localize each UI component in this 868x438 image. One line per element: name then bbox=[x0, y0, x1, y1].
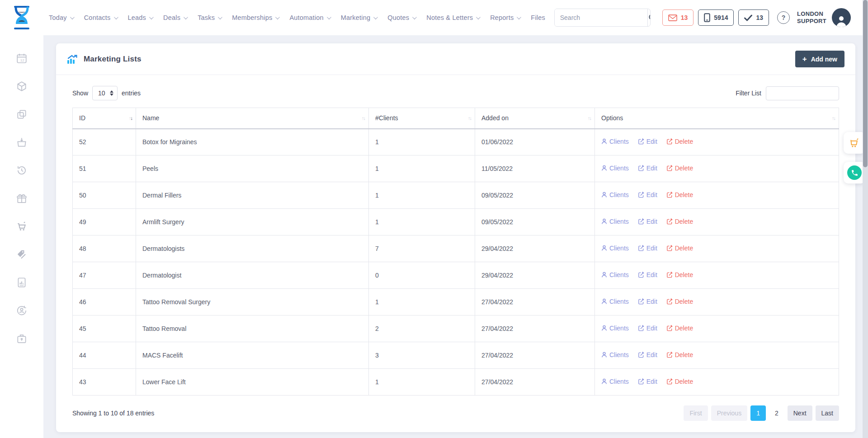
column-header-options[interactable]: Options ↑↓ bbox=[595, 108, 839, 129]
price-tags-icon[interactable] bbox=[16, 249, 28, 260]
clients-link[interactable]: Clients bbox=[601, 191, 629, 198]
clients-link[interactable]: Clients bbox=[601, 298, 629, 305]
package-icon[interactable] bbox=[16, 80, 28, 92]
clients-link[interactable]: Clients bbox=[601, 325, 629, 332]
add-new-button[interactable]: + Add new bbox=[795, 51, 844, 67]
pagination-2[interactable]: 2 bbox=[769, 405, 784, 421]
briefcase-lock-icon[interactable] bbox=[16, 333, 28, 344]
nav-item-quotes[interactable]: Quotes bbox=[387, 14, 415, 21]
column-header-clients[interactable]: #Clients ↑↓ bbox=[369, 108, 475, 129]
filter-input[interactable] bbox=[766, 86, 839, 100]
cell-added-on: 27/04/2022 bbox=[475, 369, 595, 396]
delete-link[interactable]: Delete bbox=[666, 138, 693, 145]
delete-pencil-square-icon bbox=[666, 218, 673, 225]
nav-item-label: Marketing bbox=[341, 14, 370, 21]
clients-link[interactable]: Clients bbox=[601, 271, 629, 278]
edit-link[interactable]: Edit bbox=[638, 271, 657, 278]
delete-link[interactable]: Delete bbox=[666, 191, 693, 198]
search-button[interactable] bbox=[647, 9, 651, 26]
delete-link[interactable]: Delete bbox=[666, 325, 693, 332]
nav-item-reports[interactable]: Reports bbox=[490, 14, 520, 21]
cart-icon[interactable] bbox=[16, 221, 28, 232]
edit-pencil-square-icon bbox=[638, 272, 644, 278]
edit-link[interactable]: Edit bbox=[638, 245, 657, 252]
column-header-id[interactable]: ID ↑↓ bbox=[73, 108, 136, 129]
table-row: 51 Peels 1 11/05/2022 Clients bbox=[73, 155, 839, 182]
entries-label: entries bbox=[122, 89, 141, 97]
edit-link[interactable]: Edit bbox=[638, 191, 657, 198]
nav-item-automation[interactable]: Automation bbox=[289, 14, 330, 21]
delete-link[interactable]: Delete bbox=[666, 218, 693, 225]
cell-name: Dermatologists bbox=[136, 235, 369, 262]
copy-pages-icon[interactable] bbox=[16, 108, 28, 120]
edit-link[interactable]: Edit bbox=[638, 298, 657, 305]
clients-link[interactable]: Clients bbox=[601, 378, 629, 385]
pagination-previous[interactable]: Previous bbox=[711, 405, 747, 421]
scrollbar-thumb[interactable] bbox=[863, 0, 868, 167]
pagination-last[interactable]: Last bbox=[816, 405, 839, 421]
nav-item-notes-letters[interactable]: Notes & Letters bbox=[426, 14, 479, 21]
edit-link[interactable]: Edit bbox=[638, 351, 657, 358]
floating-phone-button[interactable] bbox=[844, 162, 865, 184]
floating-cart-button[interactable] bbox=[844, 132, 865, 154]
clients-link[interactable]: Clients bbox=[601, 245, 629, 252]
scrollbar-track[interactable] bbox=[863, 0, 868, 438]
nav-item-leads[interactable]: Leads bbox=[128, 14, 153, 21]
nav-item-contacts[interactable]: Contacts bbox=[84, 14, 117, 21]
nav-item-tasks[interactable]: Tasks bbox=[198, 14, 221, 21]
history-icon[interactable] bbox=[16, 165, 28, 176]
clients-link[interactable]: Clients bbox=[601, 351, 629, 358]
edit-link[interactable]: Edit bbox=[638, 378, 657, 385]
basket-icon[interactable] bbox=[16, 137, 28, 148]
delete-link[interactable]: Delete bbox=[666, 298, 693, 305]
clients-link[interactable]: Clients bbox=[601, 165, 629, 172]
gift-icon[interactable] bbox=[16, 193, 28, 204]
pagination-1[interactable]: 1 bbox=[750, 405, 766, 421]
nav-item-today[interactable]: Today bbox=[49, 14, 73, 21]
tasks-badge[interactable]: 13 bbox=[738, 9, 769, 26]
edit-link[interactable]: Edit bbox=[638, 325, 657, 332]
delete-link[interactable]: Delete bbox=[666, 245, 693, 252]
cell-name: Tattoo Removal Surgery bbox=[136, 289, 369, 316]
edit-link[interactable]: Edit bbox=[638, 165, 657, 172]
person-icon bbox=[601, 192, 607, 198]
chevron-down-icon bbox=[476, 15, 481, 19]
calendar-icon[interactable]: 12 bbox=[16, 52, 28, 64]
pagination-first[interactable]: First bbox=[684, 405, 708, 421]
phone-badge[interactable]: 5914 bbox=[698, 9, 734, 26]
edit-link[interactable]: Edit bbox=[638, 218, 657, 225]
cell-clients: 1 bbox=[369, 289, 475, 316]
filter-control: Filter List bbox=[736, 86, 839, 100]
table-row: 48 Dermatologists 7 29/04/2022 Clients bbox=[73, 235, 839, 262]
delete-pencil-square-icon bbox=[666, 138, 673, 145]
nav-item-memberships[interactable]: Memberships bbox=[232, 14, 278, 21]
delete-link[interactable]: Delete bbox=[666, 351, 693, 358]
app-logo[interactable] bbox=[0, 5, 43, 30]
delete-link[interactable]: Delete bbox=[666, 378, 693, 385]
report-document-icon[interactable] bbox=[16, 277, 28, 288]
delete-link[interactable]: Delete bbox=[666, 271, 693, 278]
nav-item-marketing[interactable]: Marketing bbox=[341, 14, 377, 21]
app-root: Today Contacts Leads Deals Tasks bbox=[0, 0, 868, 438]
bar-chart-growth-icon bbox=[67, 55, 78, 64]
account-sync-icon[interactable] bbox=[16, 305, 28, 316]
cell-clients: 2 bbox=[369, 316, 475, 342]
delete-link[interactable]: Delete bbox=[666, 165, 693, 172]
page-size-select[interactable]: 10 bbox=[92, 86, 118, 100]
question-circle-icon[interactable]: ? bbox=[777, 11, 790, 24]
user-avatar[interactable] bbox=[832, 8, 851, 27]
cell-id: 52 bbox=[73, 129, 136, 155]
column-header-name[interactable]: Name ↑↓ bbox=[136, 108, 369, 129]
mail-badge[interactable]: 13 bbox=[662, 9, 694, 26]
column-header-added-on[interactable]: Added on ↑↓ bbox=[475, 108, 595, 129]
nav-item-deals[interactable]: Deals bbox=[163, 14, 187, 21]
clients-link[interactable]: Clients bbox=[601, 218, 629, 225]
pagination-next[interactable]: Next bbox=[788, 405, 812, 421]
edit-link[interactable]: Edit bbox=[638, 138, 657, 145]
table-row: 43 Lower Face Lift 1 27/04/2022 Clients bbox=[73, 369, 839, 396]
clients-link[interactable]: Clients bbox=[601, 138, 629, 145]
edit-pencil-square-icon bbox=[638, 192, 644, 198]
search-input[interactable] bbox=[555, 9, 647, 26]
cell-clients: 1 bbox=[369, 182, 475, 209]
nav-item-files[interactable]: Files bbox=[531, 14, 545, 21]
